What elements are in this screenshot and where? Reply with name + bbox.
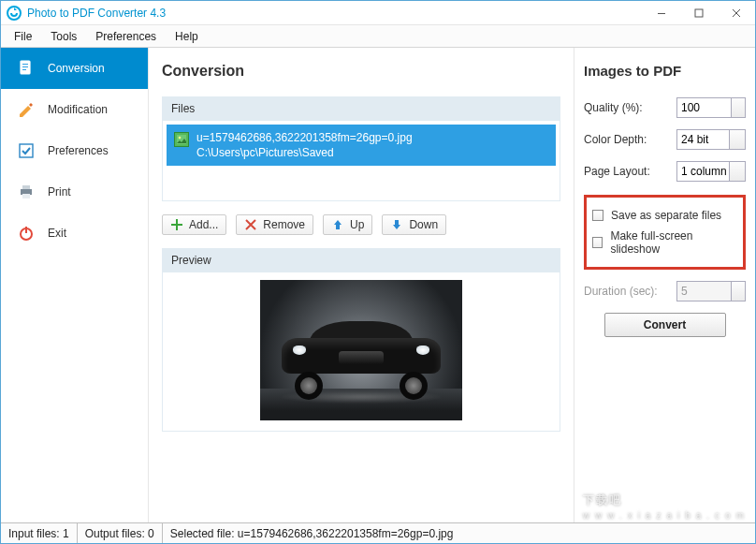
file-path: C:\Users\pc\Pictures\Saved [196,145,413,160]
status-input-value: 1 [63,527,69,540]
duration-spinner: 5 ▲ ▼ [676,281,746,301]
sidebar-item-label: Modification [48,103,108,116]
slideshow-label: Make full-screen slideshow [610,229,737,256]
menu-help[interactable]: Help [166,25,208,48]
svg-rect-12 [25,227,27,233]
sidebar-item-label: Conversion [48,62,105,75]
quality-spinner[interactable]: 100 ▲ ▼ [676,97,746,118]
checkbox-icon [592,237,603,248]
svg-rect-6 [22,69,26,70]
checkbox-icon [18,142,35,159]
title-bar: Photo to PDF Converter 4.3 [1,1,755,25]
slideshow-checkbox[interactable]: Make full-screen slideshow [592,226,737,259]
maximize-button[interactable] [680,1,718,25]
duration-row: Duration (sec): 5 ▲ ▼ [584,281,746,301]
separate-files-checkbox[interactable]: Save as separate files [592,205,737,226]
files-toolbar: Add... Remove Up Down [162,201,560,248]
file-row[interactable]: u=1579462686,3622201358fm=26gp=0.jpg C:\… [167,125,556,166]
printer-icon [18,184,35,200]
depth-dropdown[interactable]: 24 bit [676,129,746,150]
preview-image [260,280,462,420]
x-icon [244,218,257,231]
menu-tools[interactable]: Tools [41,25,86,48]
file-name: u=1579462686,3622201358fm=26gp=0.jpg [196,130,413,145]
layout-label: Page Layout: [584,165,650,178]
chevron-up-icon: ▲ [736,284,742,289]
plus-icon [170,218,183,231]
window-title: Photo to PDF Converter 4.3 [27,7,643,20]
svg-rect-1 [658,13,665,14]
checkbox-icon [592,210,603,221]
preview-panel-header: Preview [162,248,560,272]
status-output-label: Output files: [85,527,145,540]
arrow-up-icon [331,218,344,231]
app-window: Photo to PDF Converter 4.3 File Tools Pr… [0,0,756,544]
sidebar-item-modification[interactable]: Modification [1,89,148,130]
svg-rect-16 [171,224,182,226]
right-pane: Images to PDF Quality (%): 100 ▲ ▼ Color… [574,48,755,522]
remove-button[interactable]: Remove [236,214,313,235]
highlighted-options: Save as separate files Make full-screen … [584,195,746,270]
pencil-icon [18,101,35,118]
menu-preferences[interactable]: Preferences [86,25,166,48]
down-button[interactable]: Down [382,214,446,235]
add-label: Add... [189,218,218,231]
svg-rect-9 [22,185,30,189]
menu-file[interactable]: File [5,25,41,48]
caret-down-icon [734,169,741,173]
window-buttons [643,1,755,25]
arrow-down-icon [390,218,403,231]
close-button[interactable] [718,1,755,25]
add-button[interactable]: Add... [162,214,226,235]
status-output-files: Output files: 0 [78,523,163,543]
files-list[interactable]: u=1579462686,3622201358fm=26gp=0.jpg C:\… [162,121,560,201]
quality-row: Quality (%): 100 ▲ ▼ [584,97,746,118]
convert-button[interactable]: Convert [604,313,726,337]
separate-files-label: Save as separate files [611,209,721,222]
image-thumb-icon [174,132,189,147]
preview-box [162,272,560,432]
chevron-up-icon[interactable]: ▲ [736,100,742,106]
remove-label: Remove [263,218,305,231]
svg-rect-5 [22,66,28,67]
svg-rect-7 [20,144,33,157]
convert-label: Convert [644,318,686,331]
depth-row: Color Depth: 24 bit [584,129,746,150]
files-panel-header: Files [162,96,560,121]
app-icon [7,6,22,21]
file-text: u=1579462686,3622201358fm=26gp=0.jpg C:\… [196,130,413,160]
status-selected-file: Selected file: u=1579462686,3622201358fm… [163,523,755,543]
content-body: Conversion Modification Preferences Prin… [1,48,755,522]
minimize-button[interactable] [643,1,680,25]
sidebar-item-print[interactable]: Print [1,171,148,213]
status-input-files: Input files: 1 [1,523,78,543]
document-icon [18,60,35,77]
menu-bar: File Tools Preferences Help [1,25,755,48]
duration-label: Duration (sec): [584,285,658,298]
sidebar-item-label: Exit [48,227,66,240]
main-area: Conversion Files u=1579462686,3622201358… [149,48,755,522]
quality-value: 100 [681,101,700,114]
page-title: Conversion [162,63,560,80]
layout-dropdown[interactable]: 1 column [676,161,746,182]
svg-rect-2 [695,9,703,17]
status-input-label: Input files: [8,527,60,540]
sidebar-item-exit[interactable]: Exit [1,213,148,254]
chevron-down-icon: ▼ [736,293,742,299]
sidebar-item-preferences[interactable]: Preferences [1,130,148,171]
status-selected-label: Selected file: [170,527,235,540]
sidebar-item-conversion[interactable]: Conversion [1,48,148,89]
caret-down-icon [734,137,741,141]
up-button[interactable]: Up [323,214,372,235]
depth-value: 24 bit [681,133,708,146]
power-icon [18,225,35,242]
sidebar-item-label: Preferences [48,144,109,157]
duration-value: 5 [681,285,688,298]
center-pane: Conversion Files u=1579462686,3622201358… [149,48,574,522]
quality-label: Quality (%): [584,101,643,114]
svg-rect-10 [22,194,30,198]
layout-row: Page Layout: 1 column [584,161,746,182]
status-bar: Input files: 1 Output files: 0 Selected … [1,522,755,543]
chevron-down-icon[interactable]: ▼ [736,110,742,115]
sidebar-item-label: Print [48,185,71,198]
